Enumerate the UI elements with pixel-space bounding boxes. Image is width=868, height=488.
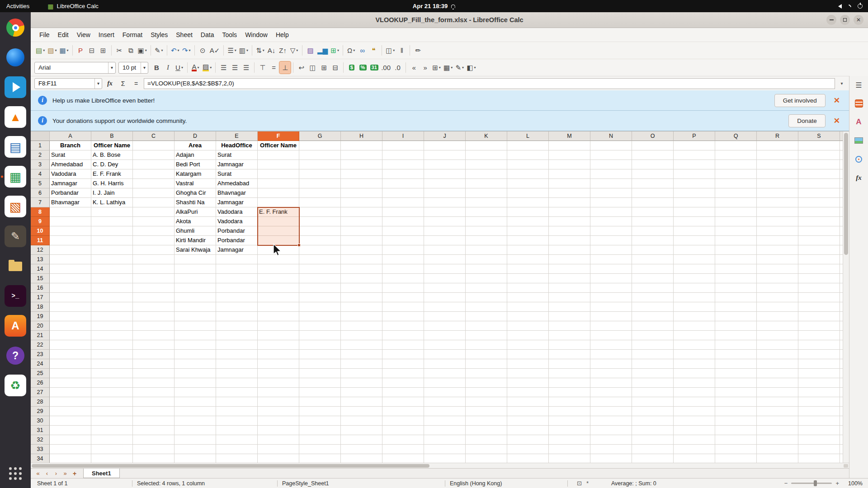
- cell-M20[interactable]: [549, 321, 590, 331]
- cell-C12[interactable]: [133, 245, 175, 255]
- row-header-17[interactable]: 17: [31, 293, 50, 302]
- cell-C32[interactable]: [133, 435, 175, 445]
- cell-J9[interactable]: [424, 217, 466, 226]
- cell-F16[interactable]: [258, 283, 299, 293]
- add-sheet-icon[interactable]: +: [70, 469, 80, 478]
- cell-O23[interactable]: [632, 350, 674, 359]
- zoom-in-icon[interactable]: +: [835, 480, 839, 487]
- cell-F2[interactable]: [258, 150, 299, 160]
- cell-J22[interactable]: [424, 340, 466, 350]
- cell-N13[interactable]: [590, 255, 632, 264]
- menu-insert[interactable]: Insert: [94, 29, 118, 40]
- cell-E31[interactable]: [216, 426, 258, 435]
- cell-L28[interactable]: [507, 397, 549, 407]
- cell-C14[interactable]: [133, 264, 175, 274]
- cell-R25[interactable]: [757, 369, 798, 378]
- cell-N5[interactable]: [590, 179, 632, 188]
- new-icon[interactable]: ▤▾: [34, 44, 46, 56]
- cell-P34[interactable]: [674, 454, 715, 463]
- cell-A8[interactable]: [50, 207, 91, 217]
- cell-F34[interactable]: [258, 454, 299, 463]
- row-header-7[interactable]: 7: [31, 198, 50, 207]
- cell-K30[interactable]: [466, 416, 507, 426]
- cell-A25[interactable]: [50, 369, 91, 378]
- cell-M9[interactable]: [549, 217, 590, 226]
- cell-M30[interactable]: [549, 416, 590, 426]
- chevron-down-icon[interactable]: ▾: [439, 66, 441, 70]
- cell-H33[interactable]: [341, 445, 382, 454]
- cell-O13[interactable]: [632, 255, 674, 264]
- cell-F3[interactable]: [258, 160, 299, 169]
- menu-edit[interactable]: Edit: [54, 29, 73, 40]
- font-name-combo[interactable]: Arial ▾: [34, 62, 116, 74]
- cell-I12[interactable]: [382, 245, 424, 255]
- export-pdf-icon[interactable]: P: [75, 44, 86, 56]
- column-header-K[interactable]: K: [466, 131, 507, 141]
- cell-N19[interactable]: [590, 312, 632, 321]
- row-header-30[interactable]: 30: [31, 416, 50, 426]
- cell-B11[interactable]: [91, 236, 133, 245]
- cell-F5[interactable]: [258, 179, 299, 188]
- cell-B15[interactable]: [91, 274, 133, 283]
- properties-deck-icon[interactable]: [853, 98, 865, 109]
- zoom-slider[interactable]: [791, 483, 832, 484]
- column-header-L[interactable]: L: [507, 131, 549, 141]
- cell-C18[interactable]: [133, 302, 175, 312]
- menu-help[interactable]: Help: [272, 29, 293, 40]
- cell-Q29[interactable]: [715, 407, 757, 416]
- cell-Q3[interactable]: [715, 160, 757, 169]
- cell-O26[interactable]: [632, 378, 674, 388]
- chevron-down-icon[interactable]: ▾: [462, 66, 464, 70]
- cell-O15[interactable]: [632, 274, 674, 283]
- cell-G33[interactable]: [299, 445, 341, 454]
- row-header-3[interactable]: 3: [31, 160, 50, 169]
- minimize-button[interactable]: [826, 15, 836, 25]
- print-icon[interactable]: ⊟: [86, 44, 98, 56]
- cell-B27[interactable]: [91, 388, 133, 397]
- cell-E22[interactable]: [216, 340, 258, 350]
- menu-file[interactable]: File: [35, 29, 54, 40]
- cell-Q12[interactable]: [715, 245, 757, 255]
- delete-decimal-icon[interactable]: .0: [392, 61, 403, 74]
- menu-window[interactable]: Window: [241, 29, 272, 40]
- chevron-down-icon[interactable]: ▾: [141, 62, 148, 73]
- cell-N20[interactable]: [590, 321, 632, 331]
- cell-N29[interactable]: [590, 407, 632, 416]
- cell-R17[interactable]: [757, 293, 798, 302]
- cell-D24[interactable]: [175, 359, 216, 369]
- cell-M8[interactable]: [549, 207, 590, 217]
- row-header-15[interactable]: 15: [31, 274, 50, 283]
- dock-icon-vlc[interactable]: ▲: [5, 106, 26, 128]
- cell-J27[interactable]: [424, 388, 466, 397]
- cell-E33[interactable]: [216, 445, 258, 454]
- titlebar[interactable]: VLOOKUP_Fill_the_form.xlsx - LibreOffice…: [31, 12, 868, 28]
- cell-P30[interactable]: [674, 416, 715, 426]
- cell-M24[interactable]: [549, 359, 590, 369]
- cell-O2[interactable]: [632, 150, 674, 160]
- wrap-text-icon[interactable]: ↩: [296, 61, 307, 74]
- cell-C17[interactable]: [133, 293, 175, 302]
- cell-M25[interactable]: [549, 369, 590, 378]
- cell-F25[interactable]: [258, 369, 299, 378]
- cell-K23[interactable]: [466, 350, 507, 359]
- cell-G2[interactable]: [299, 150, 341, 160]
- donate-button[interactable]: Donate: [788, 114, 826, 127]
- cell-R26[interactable]: [757, 378, 798, 388]
- cell-P23[interactable]: [674, 350, 715, 359]
- cell-J3[interactable]: [424, 160, 466, 169]
- cell-I34[interactable]: [382, 454, 424, 463]
- cell-G17[interactable]: [299, 293, 341, 302]
- cell-Q13[interactable]: [715, 255, 757, 264]
- cell-O20[interactable]: [632, 321, 674, 331]
- column-header-I[interactable]: I: [382, 131, 424, 141]
- cell-F11[interactable]: [258, 236, 299, 245]
- cell-Q2[interactable]: [715, 150, 757, 160]
- align-top-icon[interactable]: ⊤: [257, 61, 268, 74]
- cell-S22[interactable]: [798, 340, 840, 350]
- chevron-down-icon[interactable]: ▾: [178, 48, 179, 52]
- cell-S29[interactable]: [798, 407, 840, 416]
- cell-M3[interactable]: [549, 160, 590, 169]
- row-header-28[interactable]: 28: [31, 397, 50, 407]
- cell-O27[interactable]: [632, 388, 674, 397]
- cell-F13[interactable]: [258, 255, 299, 264]
